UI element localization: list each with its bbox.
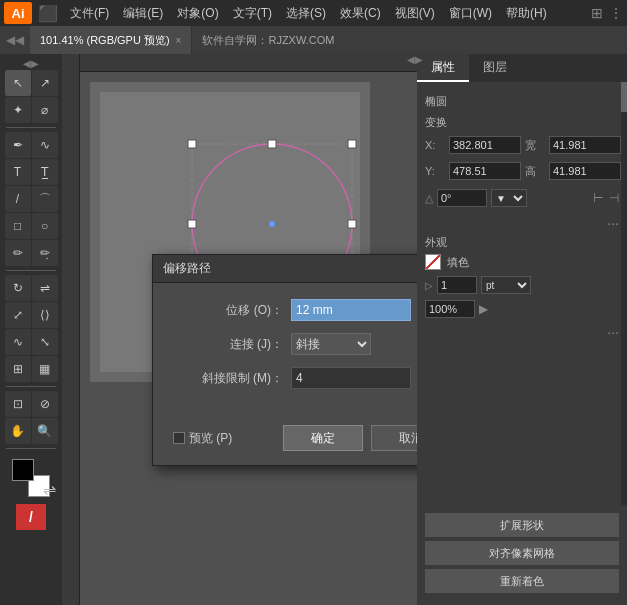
stroke-unit-select[interactable]: pt [481,276,531,294]
x-input[interactable] [449,136,521,154]
opacity-arrow[interactable]: ▶ [479,302,488,316]
menu-item-edit[interactable]: 编辑(E) [117,3,169,24]
dots-menu-appearance[interactable]: ··· [425,324,619,340]
align-right-icon[interactable]: ⊣ [609,191,619,205]
fill-color-box[interactable] [12,459,34,481]
rect-tool[interactable]: □ [5,213,31,239]
dots-menu-transform[interactable]: ··· [425,215,619,231]
main-layout: ◀▶ ↖ ↗ ✦ ⌀ ✒ ∿ T T̲ / ⌒ □ ○ ✏ ✏̣ [0,54,627,605]
offset-input[interactable] [291,299,411,321]
tool-divider-2 [6,270,56,271]
reflect-tool[interactable]: ⇌ [32,275,58,301]
graph-tool[interactable]: ⊞ [5,356,31,382]
menu-item-effect[interactable]: 效果(C) [334,3,387,24]
width-tool[interactable]: ⤡ [32,329,58,355]
offset-label: 位移 (O)： [173,302,283,319]
shear-tool[interactable]: ⟨⟩ [32,302,58,328]
panel-collapse-arrow[interactable]: ◀▶ [407,54,423,65]
miter-input[interactable] [291,367,411,389]
tool-row-3: ✒ ∿ [5,132,58,158]
curvature-tool[interactable]: ∿ [32,132,58,158]
tool-row-10: ∿ ⤡ [5,329,58,355]
ok-button[interactable]: 确定 [283,425,363,451]
menu-item-select[interactable]: 选择(S) [280,3,332,24]
tool-row-7: ✏ ✏̣ [5,240,58,266]
cancel-button[interactable]: 取消 [371,425,417,451]
toolbar-collapse[interactable]: ◀▶ [23,58,39,69]
tool-divider-4 [6,448,56,449]
none-color-indicator[interactable]: / [16,504,46,530]
left-toolbar: ◀▶ ↖ ↗ ✦ ⌀ ✒ ∿ T T̲ / ⌒ □ ○ ✏ ✏̣ [0,54,62,605]
stroke-input[interactable] [437,276,477,294]
select-tool[interactable]: ↖ [5,70,31,96]
angle-select[interactable]: ▼ [491,189,527,207]
magic-wand-tool[interactable]: ✦ [5,97,31,123]
recolor-button[interactable]: 重新着色 [425,569,619,593]
warp-tool[interactable]: ∿ [5,329,31,355]
panel-toggle-icon[interactable]: ⊞ [591,5,603,21]
lasso-tool[interactable]: ⌀ [32,97,58,123]
tab-close-btn[interactable]: × [176,35,182,46]
tool-divider-1 [6,127,56,128]
fill-label: 填色 [447,255,469,270]
menu-icon: ⬛ [38,4,58,23]
y-row: Y: 高 m [425,162,627,180]
appearance-section-title: 外观 [425,235,619,250]
zoom-tool[interactable]: 🔍 [32,418,58,444]
stroke-row: ▷ pt [425,276,619,294]
expand-shape-button[interactable]: 扩展形状 [425,513,619,537]
x-row: X: 宽 m [425,136,627,154]
svg-rect-4 [268,140,276,148]
fill-swatch-wrapper[interactable] [425,254,441,270]
svg-rect-7 [348,220,356,228]
active-tab[interactable]: 101.41% (RGB/GPU 预览) × [30,26,192,54]
ai-logo: Ai [4,2,32,24]
angle-input[interactable] [437,189,487,207]
scale-tool[interactable]: ⤢ [5,302,31,328]
paintbrush-tool[interactable]: ✏ [5,240,31,266]
ruler-left [62,54,80,605]
column-graph-tool[interactable]: ▦ [32,356,58,382]
join-select[interactable]: 斜接 [291,333,371,355]
svg-rect-5 [348,140,356,148]
menu-item-text[interactable]: 文字(T) [227,3,278,24]
y-input[interactable] [449,162,521,180]
tab-properties[interactable]: 属性 [417,54,469,82]
align-pixel-grid-button[interactable]: 对齐像素网格 [425,541,619,565]
menu-item-object[interactable]: 对象(O) [171,3,224,24]
height-input[interactable] [549,162,621,180]
color-selector: ⇌ [8,457,54,499]
menu-item-view[interactable]: 视图(V) [389,3,441,24]
menu-item-file[interactable]: 文件(F) [64,3,115,24]
arc-tool[interactable]: ⌒ [32,186,58,212]
direct-select-tool[interactable]: ↗ [32,70,58,96]
slice-tool[interactable]: ⊘ [32,391,58,417]
artboard-tool[interactable]: ⊡ [5,391,31,417]
fill-row: 填色 [425,254,619,270]
tool-row-2: ✦ ⌀ [5,97,58,123]
tool-row-9: ⤢ ⟨⟩ [5,302,58,328]
type-tool[interactable]: T [5,159,31,185]
tool-row-6: □ ○ [5,213,58,239]
preview-checkbox[interactable] [173,432,185,444]
align-left-icon[interactable]: ⊢ [593,191,603,205]
swap-colors-icon[interactable]: ⇌ [43,480,56,499]
canvas-area[interactable]: 偏移路径 位移 (O)： 连接 (J)： 斜接 斜接限制 (M)： [62,54,417,605]
workspace-icon[interactable]: ⋮ [609,5,623,21]
menu-item-help[interactable]: 帮助(H) [500,3,553,24]
opacity-input[interactable] [425,300,475,318]
join-label: 连接 (J)： [173,336,283,353]
tab-collapse[interactable]: ◀◀ [0,33,30,47]
panel-scroll-thumb[interactable] [621,82,627,112]
hand-tool[interactable]: ✋ [5,418,31,444]
rotate-tool[interactable]: ↻ [5,275,31,301]
type-vertical-tool[interactable]: T̲ [32,159,58,185]
ellipse-tool[interactable]: ○ [32,213,58,239]
line-tool[interactable]: / [5,186,31,212]
width-input[interactable] [549,136,621,154]
pen-tool[interactable]: ✒ [5,132,31,158]
menu-item-window[interactable]: 窗口(W) [443,3,498,24]
tab-layers[interactable]: 图层 [469,54,521,82]
angle-extra: ⊢ ⊣ [593,191,619,205]
blob-brush-tool[interactable]: ✏̣ [32,240,58,266]
